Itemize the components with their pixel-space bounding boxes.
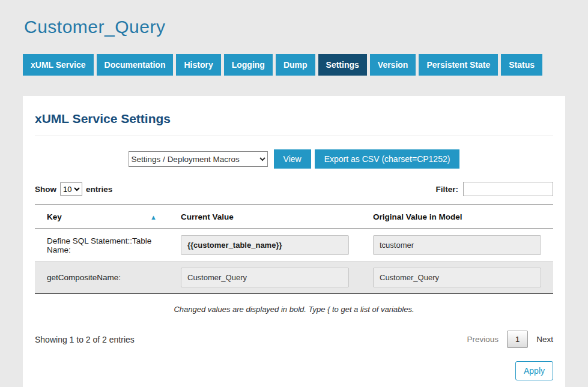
macro-type-select[interactable]: Settings / Deployment Macros — [129, 151, 268, 167]
export-csv-button[interactable]: Export as CSV (charset=CP1252) — [315, 149, 460, 169]
show-entries-suffix: entries — [86, 185, 112, 194]
tab-settings[interactable]: Settings — [318, 54, 367, 76]
settings-card: xUML Service Settings Settings / Deploym… — [23, 96, 565, 387]
table-header-row: Key ▲ Current Value Original Value in Mo… — [35, 205, 553, 229]
tab-status[interactable]: Status — [501, 54, 542, 76]
pagination: Previous 1 Next — [467, 331, 553, 348]
filter-wrap: Filter: — [435, 182, 553, 196]
table-top-row: Show 10 entries Filter: — [35, 182, 553, 196]
tab-history[interactable]: History — [176, 54, 220, 76]
filter-label: Filter: — [435, 185, 458, 194]
card-heading: xUML Service Settings — [35, 112, 553, 136]
table-row: getCompositeName: — [35, 262, 553, 294]
macro-controls-row: Settings / Deployment Macros View Export… — [35, 149, 553, 169]
settings-table: Key ▲ Current Value Original Value in Mo… — [35, 205, 553, 294]
page-title: Customer_Query — [24, 17, 565, 37]
show-entries: Show 10 entries — [35, 182, 112, 196]
pagination-next[interactable]: Next — [536, 335, 553, 344]
current-value-input[interactable] — [181, 235, 349, 255]
tab-dump[interactable]: Dump — [276, 54, 315, 76]
row-key-label: getCompositeName: — [35, 262, 169, 294]
bold-values-note: Changed values are displayed in bold. Ty… — [35, 305, 553, 314]
showing-entries-text: Showing 1 to 2 of 2 entries — [35, 335, 135, 344]
sort-ascending-icon[interactable]: ▲ — [150, 214, 157, 221]
column-header-original-value[interactable]: Original Value in Model — [361, 205, 553, 229]
tab-documentation[interactable]: Documentation — [97, 54, 174, 76]
page-length-select[interactable]: 10 — [60, 182, 82, 196]
apply-row: Apply — [35, 361, 553, 380]
filter-input[interactable] — [463, 182, 553, 196]
column-header-current-value[interactable]: Current Value — [169, 205, 361, 229]
show-entries-prefix: Show — [35, 185, 56, 194]
view-button[interactable]: View — [274, 149, 311, 169]
table-row: Define SQL Statement::Table Name: — [35, 229, 553, 262]
tab-bar: xUML Service Documentation History Loggi… — [23, 54, 565, 76]
column-header-key-label: Key — [47, 212, 62, 221]
current-value-input[interactable] — [181, 268, 349, 287]
tab-persistent-state[interactable]: Persistent State — [419, 54, 498, 76]
column-header-key[interactable]: Key ▲ — [35, 205, 169, 229]
tab-logging[interactable]: Logging — [224, 54, 273, 76]
original-value-field — [373, 235, 541, 255]
row-key-label: Define SQL Statement::Table Name: — [35, 229, 169, 262]
table-footer: Showing 1 to 2 of 2 entries Previous 1 N… — [35, 331, 553, 348]
page: Customer_Query xUML Service Documentatio… — [0, 0, 588, 387]
original-value-field — [373, 268, 541, 287]
tab-xuml-service[interactable]: xUML Service — [23, 54, 94, 76]
tab-version[interactable]: Version — [370, 54, 416, 76]
apply-button[interactable]: Apply — [515, 361, 553, 380]
pagination-previous[interactable]: Previous — [467, 335, 499, 344]
pagination-page-1[interactable]: 1 — [507, 331, 528, 348]
